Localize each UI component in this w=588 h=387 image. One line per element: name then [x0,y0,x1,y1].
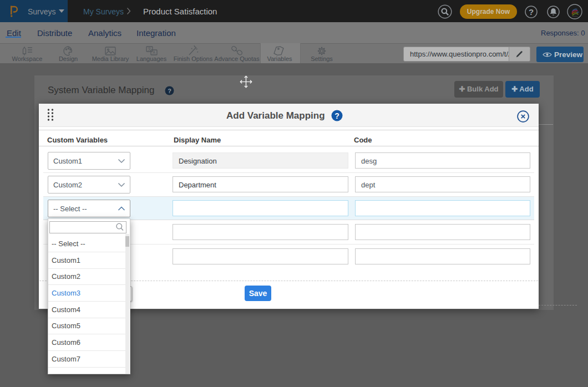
svg-text:?: ? [334,111,339,120]
svg-text:?: ? [168,88,171,94]
svg-text:A: A [153,50,155,54]
svg-text:?: ? [529,7,534,16]
